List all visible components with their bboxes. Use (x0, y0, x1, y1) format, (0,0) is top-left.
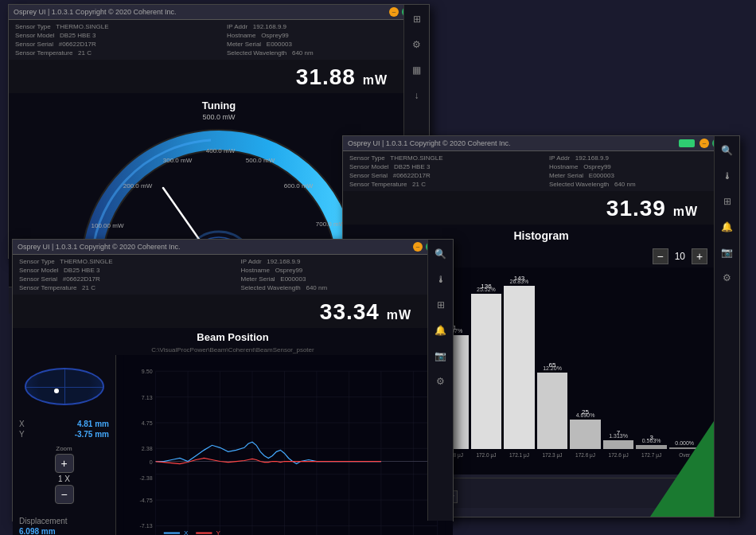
win3-power-unit: mW (387, 308, 411, 322)
svg-text:0: 0 (150, 459, 153, 466)
hist-bar-8: 1.313% 7 (603, 433, 634, 449)
svg-text:9.50: 9.50 (142, 369, 153, 375)
win2-settings-icon[interactable]: ⚙ (719, 270, 735, 286)
hist-bar-5: 26.83% 143 (504, 279, 535, 449)
titlebar-tuning: Osprey UI | 1.0.3.1 Copyright © 2020 Coh… (9, 5, 429, 20)
svg-rect-60 (164, 533, 180, 534)
coord-display: X 4.81 mm Y -3.75 mm (19, 418, 109, 440)
win3-bell-icon[interactable]: 🔔 (433, 322, 449, 338)
win2-power-value: 31.39 mW (597, 193, 707, 223)
svg-text:-7.13: -7.13 (139, 523, 152, 529)
download-icon[interactable]: ↓ (409, 88, 425, 103)
tuning-title: Tuning (12, 96, 426, 113)
x-coord-label: X (19, 420, 25, 428)
svg-text:4.75: 4.75 (142, 420, 153, 427)
win2-temp-icon[interactable]: 🌡 (719, 168, 735, 184)
win3-power-value: 33.34 mW (310, 296, 421, 326)
hist-bar-7: 4.690% 25 (570, 412, 601, 449)
win3-power-area: 33.34 mW (13, 295, 453, 328)
y-coord-value: -3.75 mm (75, 430, 109, 439)
sensor-temp-label: Sensor Temperature 21 C (15, 49, 211, 57)
win3-copy-icon[interactable]: ⊞ (433, 297, 449, 313)
titlebar-histogram: Osprey UI | 1.0.3.1 Copyright © 2020 Coh… (343, 136, 739, 151)
win2-info-header: Sensor Type THERMO.SINGLE IP Addr 192.16… (343, 151, 739, 191)
displacement-value: 6.098 mm (19, 527, 56, 535)
svg-text:100.00 mW: 100.00 mW (92, 222, 124, 229)
win2-min-button[interactable]: – (699, 139, 709, 148)
hist-minus-btn[interactable]: − (653, 248, 668, 264)
copy-icon[interactable]: ⊞ (409, 11, 425, 27)
beam-chart: 9.50 7.13 4.75 2.38 0 -2.38 -4.75 -7.13 … (116, 355, 453, 535)
bar7-count: 25 (582, 408, 589, 416)
x-label-6: 172.6 μJ (570, 452, 601, 458)
min-button[interactable]: – (389, 7, 399, 17)
win3-title: Osprey UI | 1.0.3.1 Copyright © 2020 Coh… (18, 243, 181, 251)
beam-dot (54, 389, 59, 393)
ip-label: IP Addr 192.168.9.9 (227, 23, 423, 30)
zoom-controls: Zoom + 1 X − (55, 445, 74, 504)
svg-text:700.0 mW: 700.0 mW (316, 221, 345, 228)
meter-serial-label: Meter Serial E000003 (227, 41, 423, 48)
beam-content: X 4.81 mm Y -3.75 mm Zoom + 1 X − Displa… (13, 355, 453, 535)
svg-text:600.0 mW: 600.0 mW (284, 182, 314, 189)
win1-power-value: 31.88 mW (286, 61, 397, 92)
x-coord-value: 4.81 mm (77, 420, 109, 428)
bar6-rect: 65 (537, 373, 568, 449)
x-label-3: 172.0 μJ (471, 452, 502, 458)
bar10-pct: 0.000% (675, 440, 694, 446)
win2-sidebar: 🔍 🌡 ⊞ 🔔 📷 ⚙ (714, 136, 739, 517)
svg-text:300.0 mW: 300.0 mW (163, 157, 193, 164)
hist-bar-6: 12.20% 65 (537, 365, 568, 449)
svg-text:X: X (184, 529, 189, 535)
win2-power-unit: mW (673, 205, 698, 218)
bar7-rect: 25 (570, 420, 601, 449)
x-label-8: 172.7 μJ (636, 452, 667, 458)
x-label-5: 172.3 μJ (537, 452, 568, 458)
beam-title: Beam Position (13, 328, 453, 345)
win3-settings-icon[interactable]: ⚙ (433, 373, 449, 389)
sensor-model-label: Sensor Model DB25 HBE 3 (15, 32, 211, 39)
beam-left-panel: X 4.81 mm Y -3.75 mm Zoom + 1 X − Displa… (13, 355, 116, 535)
crosshair-display (25, 368, 104, 405)
win2-bell-icon[interactable]: 🔔 (719, 219, 735, 235)
win2-title: Osprey UI | 1.0.3.1 Copyright © 2020 Coh… (348, 139, 511, 147)
chart-icon[interactable]: ▦ (409, 62, 425, 78)
settings-icon[interactable]: ⚙ (409, 37, 425, 53)
beam-path: C:\VisualProcPower\Beam\Coherent\BeamSen… (13, 345, 453, 355)
win2-power-number: 31.39 (606, 196, 666, 221)
zoom-out-button[interactable]: − (55, 485, 74, 504)
bar5-rect: 143 (504, 286, 535, 449)
win1-power-unit: mW (363, 73, 388, 87)
hostname-label: Hostname Osprey99 (227, 32, 423, 39)
displacement-display: Displacement 6.098 mm Aperture 9.50 mm (19, 515, 109, 535)
bin-count: 10 (675, 251, 685, 262)
sensor-type-label: Sensor Type THERMO.SINGLE (15, 23, 211, 30)
bar4-count: 136 (481, 283, 491, 290)
win3-info-header: Sensor Type THERMO.SINGLE IP Addr 192.16… (13, 255, 453, 295)
hist-plus-btn[interactable]: + (692, 248, 707, 264)
win3-camera-icon[interactable]: 📷 (433, 348, 449, 364)
win3-power-number: 33.34 (320, 299, 380, 324)
sensor-serial-label: Sensor Serial #06622D17R (15, 41, 211, 48)
svg-text:400.0 mW: 400.0 mW (206, 147, 236, 154)
win3-search-icon[interactable]: 🔍 (433, 246, 449, 262)
win3-temp-icon[interactable]: 🌡 (433, 271, 449, 287)
win2-power-area: 31.39 mW (343, 191, 739, 225)
svg-text:-2.38: -2.38 (139, 475, 152, 482)
wavelength-label: Selected Wavelength 640 nm (227, 49, 423, 57)
beam-chart-svg: 9.50 7.13 4.75 2.38 0 -2.38 -4.75 -7.13 … (116, 355, 453, 535)
svg-text:-4.75: -4.75 (139, 498, 152, 504)
zoom-in-button[interactable]: + (55, 454, 74, 473)
tuning-subtitle: 500.0 mW (12, 113, 426, 121)
win3-min-button[interactable]: – (413, 242, 423, 252)
win2-search-icon[interactable]: 🔍 (719, 143, 735, 158)
x-label-4: 172.1 μJ (504, 452, 535, 458)
svg-text:Y: Y (216, 529, 221, 535)
green-indicator (679, 139, 695, 147)
win1-power-area: 31.88 mW (9, 60, 429, 93)
win2-camera-icon[interactable]: 📷 (719, 244, 735, 260)
bar8-count: 7 (617, 429, 620, 436)
win2-copy-icon[interactable]: ⊞ (719, 193, 735, 209)
bar9-rect: 3 (636, 445, 667, 449)
svg-text:200.0 mW: 200.0 mW (123, 182, 153, 189)
